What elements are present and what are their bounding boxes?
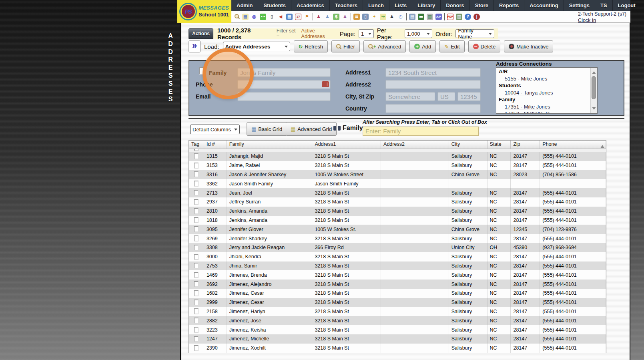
alarm-clock-icon[interactable]: ◷ — [397, 14, 404, 20]
table-row[interactable]: 3153Jaime, Rafael3218 S Main StSalisbury… — [189, 161, 606, 170]
row-checkbox[interactable] — [194, 336, 199, 342]
speaker-icon[interactable]: ◀ — [277, 14, 284, 20]
nav-item-accounting[interactable]: Accounting — [524, 0, 564, 11]
col-header-address1[interactable]: Address1 — [312, 141, 381, 149]
row-checkbox[interactable] — [194, 318, 199, 324]
table-row[interactable]: 3362Jason Smith FamilyJason Smith Family — [189, 179, 606, 188]
table-row[interactable]: 1315Jahangir, Majid3218 S Main StSalisbu… — [189, 152, 606, 161]
row-checkbox[interactable] — [194, 245, 199, 251]
row-checkbox[interactable] — [194, 226, 199, 232]
staff-person-icon[interactable]: ♟ — [324, 14, 331, 20]
advanced-button[interactable]: +Advanced — [363, 40, 406, 52]
row-checkbox[interactable] — [194, 171, 199, 177]
table-row[interactable]: 1247Jimenez, Michelle3218 S Main StSalis… — [189, 334, 606, 344]
phone-lookup-button[interactable]: …| — [322, 81, 329, 87]
address1-input[interactable] — [385, 68, 481, 77]
advanced-grid-button[interactable]: ▦Advanced Grid — [286, 122, 337, 136]
nav-item-donors[interactable]: Donors — [441, 0, 470, 11]
table-row[interactable]: 3000Jhiani, Kendra3218 S Main StSalisbur… — [189, 252, 606, 261]
connection-link[interactable]: 17352 - Michelle Jo — [505, 110, 587, 113]
row-checkbox[interactable] — [194, 163, 199, 169]
col-header-id[interactable]: Id # — [204, 141, 227, 149]
calendar-date-icon[interactable]: 17 — [295, 14, 301, 20]
row-checkbox[interactable] — [194, 153, 199, 159]
nav-item-settings[interactable]: Settings — [564, 0, 595, 11]
row-checkbox[interactable] — [194, 208, 199, 214]
lunch-icon[interactable]: ≡ — [353, 14, 360, 20]
scroll-up-icon[interactable] — [592, 69, 596, 74]
order-select[interactable]: Family Name — [455, 29, 494, 38]
table-row[interactable]: 1469Jimenes, Brenda3218 S Main StSalisbu… — [189, 270, 606, 280]
table-row[interactable]: 3223Jimenez, Keisha3218 S Main StSalisbu… — [189, 325, 606, 334]
row-checkbox[interactable] — [194, 263, 199, 269]
row-checkbox[interactable] — [194, 181, 199, 187]
quick-search-input[interactable] — [363, 127, 479, 136]
row-checkbox[interactable] — [194, 254, 199, 260]
row-checkbox[interactable] — [194, 217, 199, 223]
col-header-family[interactable]: Family — [227, 141, 313, 149]
col-header-address2[interactable]: Address2 — [381, 141, 449, 149]
row-checkbox[interactable] — [194, 345, 199, 351]
row-checkbox[interactable] — [194, 199, 199, 205]
nav-item-logout[interactable]: Logout — [613, 0, 641, 11]
search-icon[interactable] — [235, 14, 240, 19]
per-page-select[interactable]: 1,000 — [405, 29, 432, 38]
contact-grid-icon[interactable]: ▦ — [242, 14, 249, 20]
cash-register-icon[interactable]: ▥ — [456, 14, 462, 20]
col-header-state[interactable]: State — [488, 141, 511, 149]
table-row[interactable]: 1682Jimenez, Cesar3218 S Main StSalisbur… — [189, 289, 606, 298]
row-checkbox[interactable] — [194, 290, 199, 296]
city-input[interactable] — [385, 92, 435, 101]
nav-item-store[interactable]: Store — [470, 0, 494, 11]
payment-card-icon[interactable]: ▬ — [418, 14, 424, 20]
make-inactive-button[interactable]: ●Make Inactive — [504, 40, 553, 52]
scroll-down-icon[interactable] — [592, 107, 596, 112]
email-input[interactable] — [237, 92, 331, 101]
refresh-button[interactable]: ↻Refresh — [294, 40, 328, 52]
family-checkbox[interactable] — [199, 67, 206, 74]
table-row[interactable]: 2753Jhina, Samir3218 S Main StSalisburyN… — [189, 261, 606, 271]
nurse-icon[interactable]: ♟ — [315, 14, 322, 20]
mobile-phone-icon[interactable]: ▯ — [269, 14, 275, 20]
table-row[interactable]: 2937Jeffrey Surran3218 S Main StSalisbur… — [189, 197, 606, 207]
nav-item-admin[interactable]: Admin — [231, 0, 258, 11]
ap-badge-icon[interactable]: A/P — [435, 14, 442, 20]
connections-scrollbar[interactable] — [590, 68, 597, 113]
state-input[interactable] — [437, 92, 455, 101]
connection-link[interactable]: 5155 - Mike Jones — [505, 75, 587, 82]
expand-button[interactable]: » — [189, 40, 201, 52]
scrollbar-thumb[interactable] — [592, 76, 596, 99]
note-forward-icon[interactable]: ↪ — [380, 14, 386, 20]
row-checkbox[interactable] — [194, 235, 199, 241]
connection-link[interactable]: 17351 - Mike Jones — [505, 103, 587, 111]
row-checkbox[interactable] — [194, 327, 199, 333]
row-checkbox[interactable] — [194, 308, 199, 314]
nav-item-lists[interactable]: Lists — [389, 0, 412, 11]
basic-grid-button[interactable]: ▦Basic Grid — [247, 122, 287, 136]
col-header-zip[interactable]: Zip — [511, 141, 540, 149]
chat-bubble-icon[interactable]: ⋯ — [260, 14, 266, 20]
table-row[interactable]: 3308Jerry and Jackie Reagan366 Elroy RdU… — [189, 243, 606, 252]
nav-item-ts[interactable]: TS — [595, 0, 613, 11]
col-header-city[interactable]: City — [449, 141, 488, 149]
country-input[interactable] — [385, 104, 481, 113]
sort-arrow-icon[interactable] — [600, 143, 604, 148]
nav-item-teachers[interactable]: Teachers — [330, 0, 363, 11]
phone-input[interactable] — [237, 80, 331, 89]
nav-item-students[interactable]: Students — [258, 0, 291, 11]
admin-person-icon[interactable]: ♟ — [389, 14, 395, 20]
edit-button[interactable]: ✎Edit — [439, 40, 464, 52]
pdf-icon[interactable]: PDF — [447, 14, 453, 20]
row-checkbox[interactable] — [194, 300, 199, 306]
family-group-icon[interactable]: ♟ — [342, 14, 348, 20]
nav-item-reports[interactable]: Reports — [494, 0, 524, 11]
row-checkbox[interactable] — [194, 272, 199, 278]
table-row[interactable]: 2713Jean, Joel3218 S Main StSalisburyNC2… — [189, 188, 606, 197]
table-row[interactable]: 2390Jimenez, Xochilt3218 S Main StSalisb… — [189, 344, 606, 353]
col-header-phone[interactable]: Phone — [540, 141, 606, 149]
horn-icon[interactable]: ✦ — [371, 14, 377, 20]
fridge-icon[interactable]: ▯ — [362, 14, 369, 20]
power-icon[interactable]: | — [473, 14, 480, 20]
columns-select[interactable]: Default Columns — [190, 125, 240, 134]
calendar-icon[interactable]: ▦ — [286, 14, 293, 20]
